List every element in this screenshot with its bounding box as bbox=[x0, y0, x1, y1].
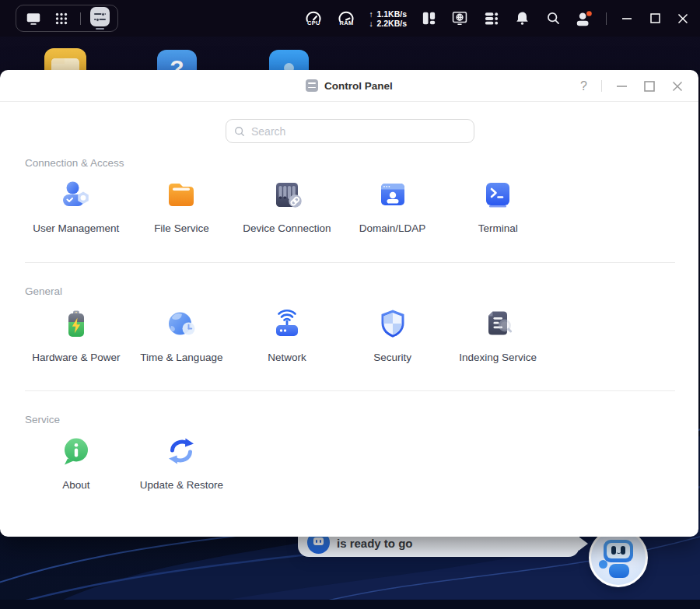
toast-text: is ready to go bbox=[337, 537, 413, 550]
ram-label: RAM bbox=[339, 19, 353, 26]
ram-gauge-icon[interactable]: RAM bbox=[336, 10, 356, 26]
cpu-label: CPU bbox=[307, 19, 320, 26]
system-close-button[interactable] bbox=[675, 11, 691, 26]
item-terminal[interactable]: Terminal bbox=[445, 176, 551, 234]
status-cluster: CPU RAM ↑1.1KB/s ↓2.2KB/s bbox=[303, 0, 691, 37]
item-update-restore[interactable]: Update & Restore bbox=[129, 432, 235, 491]
user-account-icon[interactable] bbox=[575, 9, 593, 28]
time-language-icon bbox=[163, 305, 200, 342]
item-domain-ldap[interactable]: Domain/LDAP bbox=[340, 176, 446, 234]
hardware-power-icon bbox=[58, 305, 95, 342]
minimize-button[interactable] bbox=[613, 78, 630, 95]
section-divider bbox=[25, 390, 675, 391]
item-network[interactable]: Network bbox=[234, 305, 340, 363]
item-time-language[interactable]: Time & Language bbox=[129, 305, 235, 363]
indexing-service-icon bbox=[479, 305, 516, 342]
security-shield-icon bbox=[374, 305, 411, 342]
item-hardware-power[interactable]: Hardware & Power bbox=[23, 305, 129, 363]
global-search-icon[interactable] bbox=[544, 9, 562, 28]
item-indexing-service[interactable]: Indexing Service bbox=[445, 305, 551, 363]
terminal-icon bbox=[479, 176, 516, 213]
mascot-body bbox=[609, 564, 629, 578]
search-box[interactable] bbox=[226, 119, 474, 143]
notifications-bell-icon[interactable] bbox=[513, 9, 531, 28]
item-file-service[interactable]: File Service bbox=[129, 176, 235, 234]
system-minimize-button[interactable] bbox=[619, 11, 635, 26]
show-desktop-icon[interactable] bbox=[24, 9, 43, 28]
upload-arrow-icon: ↑ bbox=[369, 9, 376, 19]
maximize-button[interactable] bbox=[641, 78, 658, 95]
item-security[interactable]: Security bbox=[340, 305, 446, 363]
section-general: General bbox=[25, 285, 62, 297]
network-icon bbox=[268, 305, 306, 342]
remote-display-icon[interactable] bbox=[450, 9, 469, 28]
user-management-icon bbox=[58, 176, 95, 213]
processes-icon[interactable] bbox=[481, 9, 500, 28]
taskbar-separator bbox=[80, 12, 81, 25]
item-about[interactable]: About bbox=[23, 432, 129, 491]
about-icon bbox=[58, 432, 95, 470]
update-restore-icon bbox=[163, 432, 200, 470]
cpu-gauge-icon[interactable]: CPU bbox=[303, 10, 324, 26]
assistant-mascot-avatar[interactable] bbox=[589, 528, 648, 587]
section-divider bbox=[25, 262, 675, 263]
app-switcher bbox=[16, 5, 118, 32]
download-arrow-icon: ↓ bbox=[369, 19, 376, 28]
taskbar-control-panel-icon[interactable] bbox=[90, 7, 110, 30]
network-speed: ↑1.1KB/s ↓2.2KB/s bbox=[369, 9, 407, 28]
help-button[interactable]: ? bbox=[577, 79, 590, 93]
download-speed: 2.2KB/s bbox=[376, 19, 407, 28]
folder-flap bbox=[51, 58, 65, 64]
close-button[interactable] bbox=[669, 78, 686, 95]
section-service: Service bbox=[25, 414, 60, 425]
item-device-connection[interactable]: Device Connection bbox=[234, 176, 340, 234]
system-maximize-button[interactable] bbox=[647, 11, 663, 26]
notification-dot bbox=[586, 11, 592, 16]
search-input[interactable] bbox=[251, 125, 466, 138]
device-connection-icon bbox=[268, 176, 306, 213]
search-icon bbox=[234, 126, 245, 137]
control-panel-window: Control Panel ? Connection & Access bbox=[0, 70, 698, 537]
control-panel-icon bbox=[306, 79, 318, 92]
apps-grid-icon[interactable] bbox=[52, 9, 71, 28]
section-connection-access: Connection & Access bbox=[25, 157, 124, 169]
titlebar-separator bbox=[601, 80, 602, 92]
domain-ldap-icon bbox=[374, 176, 411, 213]
toast-pointer bbox=[579, 537, 588, 551]
window-title: Control Panel bbox=[324, 80, 393, 92]
system-top-bar: CPU RAM ↑1.1KB/s ↓2.2KB/s bbox=[0, 0, 700, 37]
dialog-titlebar[interactable]: Control Panel ? bbox=[0, 70, 698, 102]
widgets-icon[interactable] bbox=[419, 9, 438, 28]
controls-separator bbox=[606, 12, 607, 25]
mascot-head bbox=[604, 540, 633, 562]
item-user-management[interactable]: User Management bbox=[23, 176, 129, 234]
file-service-icon bbox=[163, 176, 200, 213]
active-app-indicator bbox=[96, 28, 104, 30]
upload-speed: 1.1KB/s bbox=[376, 9, 407, 19]
